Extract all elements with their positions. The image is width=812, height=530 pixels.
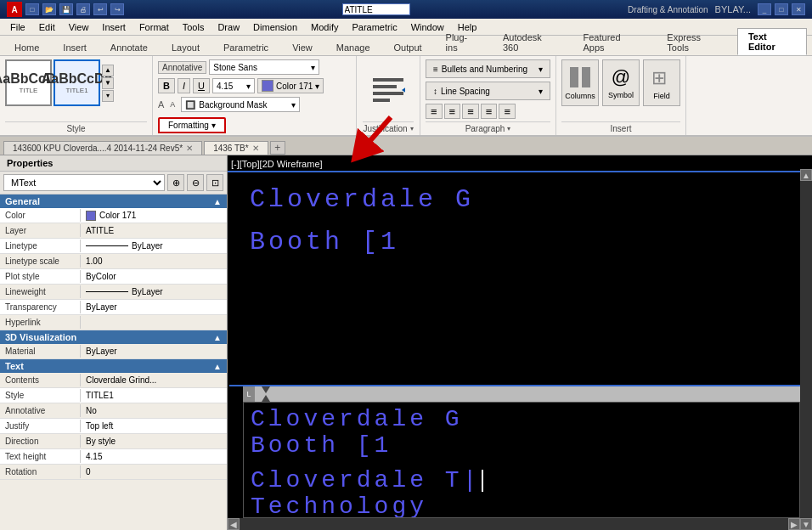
menu-modify[interactable]: Modify	[304, 20, 345, 34]
viewport[interactable]: [-][Top][2D Wireframe] L Cloverdale G Bo…	[228, 155, 812, 530]
new-tab-btn[interactable]: +	[270, 141, 285, 155]
style-scroll-more[interactable]: ▾	[102, 90, 114, 102]
print-btn[interactable]: 🖨	[76, 3, 90, 15]
columns-btn[interactable]: Columns	[561, 59, 599, 106]
color-btn[interactable]: Color 171 ▾	[257, 78, 324, 93]
menu-file[interactable]: File	[3, 20, 32, 34]
svg-rect-1	[373, 85, 397, 88]
open-btn[interactable]: 📂	[42, 3, 56, 15]
annotative-label: Annotative	[158, 61, 206, 74]
prop-icon-add[interactable]: ⊕	[167, 174, 184, 191]
text-line-2: Booth [1	[251, 432, 792, 459]
prop-icon-subtract[interactable]: ⊖	[187, 174, 204, 191]
ribbon-tabs: Home Insert Annotate Layout Parametric V…	[0, 36, 812, 56]
prop-value-annotative: No	[81, 404, 227, 417]
color-label: Color 171	[276, 82, 313, 91]
field-btn[interactable]: ⊞ Field	[643, 59, 680, 106]
minimize-btn[interactable]: _	[758, 3, 771, 15]
menu-parametric[interactable]: Parametric	[345, 20, 403, 34]
doc-tab-1[interactable]: 1436 TB* ✕	[204, 141, 268, 155]
style-scroll-down[interactable]: ▼	[102, 77, 114, 89]
lineweight-text: ByLayer	[132, 287, 163, 296]
doc-tab-1-close[interactable]: ✕	[252, 144, 259, 153]
underline-btn[interactable]: U	[193, 78, 210, 93]
close-btn[interactable]: ✕	[792, 3, 805, 15]
prop-name-contents: Contents	[0, 374, 81, 386]
prop-value-transparency: ByLayer	[81, 301, 227, 313]
menu-insert[interactable]: Insert	[95, 20, 133, 34]
indent-marker-bottom[interactable]	[262, 395, 270, 402]
tab-featured[interactable]: Featured Apps	[572, 29, 655, 55]
doc-tab-0-close[interactable]: ✕	[186, 144, 193, 153]
scroll-up-btn[interactable]: ▲	[800, 169, 812, 181]
menu-view[interactable]: View	[62, 20, 96, 34]
menu-tools[interactable]: Tools	[176, 20, 211, 34]
prop-section-general-collapse[interactable]: ▲	[213, 197, 222, 206]
style-sample-title1[interactable]: AaBbCcDd TITLE1	[54, 59, 100, 106]
align-center-btn[interactable]: ≡	[444, 104, 461, 119]
scroll-down-btn[interactable]: ▼	[800, 518, 812, 530]
maximize-btn[interactable]: □	[775, 3, 788, 15]
h-scroll-track[interactable]	[240, 518, 788, 530]
para-expand-icon[interactable]: ▾	[507, 125, 510, 132]
menu-edit[interactable]: Edit	[32, 20, 62, 34]
tab-annotate[interactable]: Annotate	[99, 39, 159, 55]
title-input[interactable]	[342, 3, 410, 15]
scroll-right-btn[interactable]: ▶	[788, 518, 800, 530]
tab-layout[interactable]: Layout	[161, 39, 211, 55]
bullets-numbering-btn[interactable]: ≡ Bullets and Numbering ▾	[426, 59, 550, 78]
tab-manage[interactable]: Manage	[325, 39, 381, 55]
align-justify-btn[interactable]: ≡	[481, 104, 498, 119]
formatting-tab-arrow: ▾	[211, 121, 216, 130]
height-dropdown[interactable]: 4.15 ▾	[212, 78, 255, 93]
scroll-track[interactable]	[800, 181, 812, 518]
prop-section-3dvis-collapse[interactable]: ▲	[213, 333, 222, 342]
text-editor-box[interactable]: Cloverdale G Booth [1 Cloverdale T| Tech…	[243, 402, 800, 518]
tab-parametric[interactable]: Parametric	[212, 39, 279, 55]
v-scrollbar[interactable]: ▲ ▼	[800, 169, 812, 530]
menu-draw[interactable]: Draw	[211, 20, 246, 34]
justification-btn[interactable]	[371, 71, 405, 110]
ruler-track	[255, 386, 800, 402]
font-dropdown[interactable]: Stone Sans ▾	[209, 59, 319, 75]
h-scrollbar[interactable]: ◀ ▶	[228, 518, 800, 530]
formatting-tab[interactable]: Formatting ▾	[158, 117, 226, 133]
indent-marker-top[interactable]	[262, 386, 270, 393]
linespacing-label: Line Spacing	[441, 87, 490, 96]
tab-output[interactable]: Output	[383, 39, 433, 55]
symbol-btn[interactable]: @ Symbol	[602, 59, 640, 106]
scroll-left-btn[interactable]: ◀	[228, 518, 240, 530]
background-mask-dropdown[interactable]: 🔲 Background Mask ▾	[181, 97, 300, 112]
menu-format[interactable]: Format	[133, 20, 176, 34]
prop-value-contents: Cloverdale Grind...	[81, 374, 227, 386]
tab-insert[interactable]: Insert	[52, 39, 98, 55]
prop-name-lineweight: Lineweight	[0, 285, 81, 298]
doc-tab-0[interactable]: 143600 KPU Cloverda....4 2014-11-24 Rev5…	[3, 141, 202, 155]
save-btn[interactable]: 💾	[59, 3, 73, 15]
prop-icon-select[interactable]: ⊡	[206, 174, 223, 191]
tab-view[interactable]: View	[281, 39, 324, 55]
menu-dimension[interactable]: Dimension	[246, 20, 304, 34]
undo-btn[interactable]: ↩	[93, 3, 107, 15]
ribbon-group-justification: Justification ▾	[357, 56, 420, 135]
prop-name-ltscale: Linetype scale	[0, 255, 81, 268]
tab-express[interactable]: Express Tools	[656, 29, 736, 55]
redo-btn[interactable]: ↪	[110, 3, 124, 15]
align-distributed-btn[interactable]: ≡	[499, 104, 516, 119]
align-right-btn[interactable]: ≡	[462, 104, 479, 119]
tab-home[interactable]: Home	[3, 39, 50, 55]
prop-type-select[interactable]: MText	[3, 174, 165, 191]
prop-section-text-collapse[interactable]: ▲	[213, 362, 222, 371]
just-expand-icon[interactable]: ▾	[410, 125, 414, 132]
line-spacing-btn[interactable]: ↕ Line Spacing ▾	[426, 82, 550, 100]
new-btn[interactable]: □	[25, 3, 39, 15]
text-spacer	[251, 459, 792, 467]
bold-btn[interactable]: B	[158, 78, 175, 93]
tab-adsk360[interactable]: Autodesk 360	[492, 29, 571, 55]
align-left-btn[interactable]: ≡	[426, 104, 443, 119]
tab-plugins[interactable]: Plug-ins	[435, 29, 490, 55]
tab-texteditor[interactable]: Text Editor	[737, 28, 807, 55]
prop-row-material: Material ByLayer	[0, 344, 227, 359]
style-scroll-up[interactable]: ▲	[102, 65, 114, 76]
italic-btn[interactable]: I	[178, 78, 190, 93]
